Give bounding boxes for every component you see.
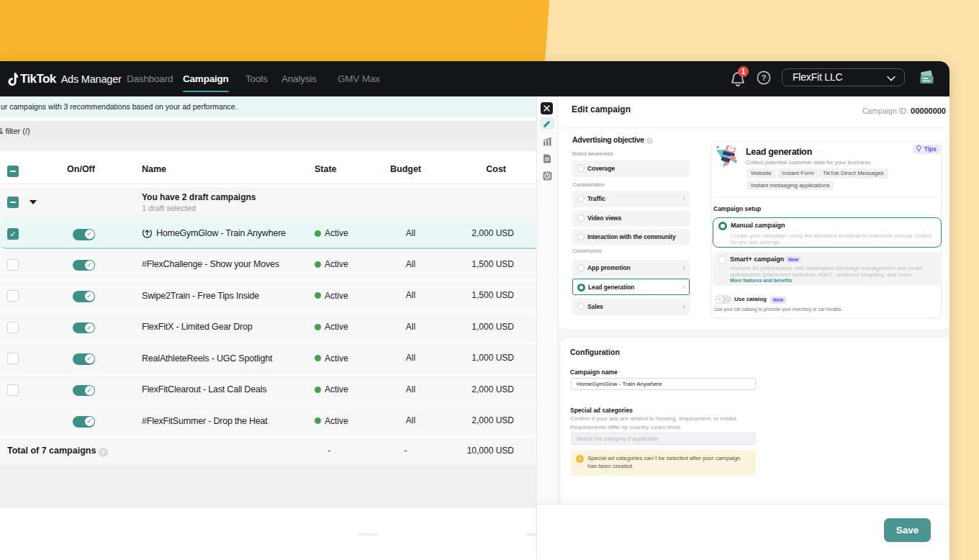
campaign-row[interactable]: ✓Swipe2Train - Free Tips InsideActiveAll… bbox=[0, 281, 537, 311]
total-help-icon[interactable]: ? bbox=[99, 448, 108, 457]
campaign-row[interactable]: ✓#FlexChallenge - Show your MovesActiveA… bbox=[0, 250, 537, 280]
toggle-knob: ✕ bbox=[716, 296, 724, 304]
row-checkbox[interactable] bbox=[7, 290, 19, 302]
objective-option-sales[interactable]: Sales› bbox=[572, 299, 690, 315]
campaign-name[interactable]: FlexFitX - Limited Gear Drop bbox=[142, 312, 252, 343]
save-button[interactable]: Save bbox=[884, 518, 931, 542]
objective-option-app-promotion[interactable]: App promotion› bbox=[572, 260, 690, 276]
campaign-cost: 1,500 USD bbox=[472, 281, 514, 311]
objective-option-coverage[interactable]: Coverage bbox=[572, 161, 690, 177]
smart-campaign-description: Improve ad performance with automated ca… bbox=[730, 265, 931, 278]
lead-generation-illustration-icon bbox=[714, 143, 740, 172]
campaign-budget: All bbox=[391, 312, 430, 343]
objective-heading: Advertising objective ? bbox=[572, 135, 653, 144]
campaign-row[interactable]: ✓FlexFitClearout - Last Call DealsActive… bbox=[0, 375, 537, 405]
smart-campaign-link[interactable]: More features and benefits bbox=[730, 278, 793, 283]
row-checkbox[interactable]: ✓ bbox=[7, 228, 19, 240]
campaign-name[interactable]: RealAthleteReels - UGC Spotlight bbox=[142, 343, 272, 374]
campaign-row[interactable]: ✓FlexFitX - Limited Gear DropActiveAll1,… bbox=[0, 312, 537, 343]
col-budget[interactable]: Budget bbox=[386, 151, 425, 188]
nav-tools[interactable]: Tools bbox=[245, 61, 268, 96]
row-toggle[interactable]: ✓ bbox=[73, 229, 95, 240]
objective-radio[interactable] bbox=[577, 303, 585, 310]
campaign-row[interactable]: ✓✓HomeGymGlow - Train AnywhereActiveAll2… bbox=[0, 218, 537, 249]
row-checkbox[interactable] bbox=[7, 322, 19, 333]
nav-dashboard[interactable]: Dashboard bbox=[127, 61, 173, 96]
objective-help-icon[interactable]: ? bbox=[646, 137, 653, 144]
campaign-row[interactable]: ✓#FlexFitSummer - Drop the HeatActiveAll… bbox=[0, 406, 537, 436]
document-tab-icon[interactable] bbox=[540, 153, 554, 165]
col-name[interactable]: Name bbox=[142, 151, 166, 188]
use-catalog-toggle[interactable]: ✕ bbox=[716, 295, 731, 304]
svg-text:?: ? bbox=[762, 73, 767, 82]
objective-radio[interactable] bbox=[577, 284, 585, 292]
objective-option-lead-generation[interactable]: Lead generation› bbox=[572, 279, 690, 295]
chart-tab-icon[interactable] bbox=[540, 135, 554, 148]
active-dot bbox=[315, 324, 321, 330]
category-select[interactable]: Select the category if applicable bbox=[571, 433, 756, 445]
objective-option-traffic[interactable]: Traffic› bbox=[572, 191, 690, 207]
help-icon[interactable]: ? bbox=[757, 71, 771, 85]
campaign-page-area: On/OffNameStateBudgetCostYou have 2 draf… bbox=[0, 141, 537, 560]
objective-group-label: Conversions bbox=[572, 248, 602, 254]
row-toggle[interactable]: ✓ bbox=[73, 385, 95, 397]
history-tab-icon[interactable] bbox=[540, 170, 554, 182]
wallet-icon[interactable] bbox=[919, 71, 935, 86]
campaign-budget: All bbox=[391, 281, 430, 311]
campaign-name[interactable]: Swipe2Train - Free Tips Inside bbox=[142, 281, 259, 311]
objective-radio[interactable] bbox=[577, 165, 585, 172]
desktop-background: TikTok Ads Manager Dashboard Campaign To… bbox=[0, 0, 979, 560]
campaign-setup-heading: Campaign setup bbox=[713, 205, 761, 212]
campaign-name[interactable]: #FlexFitSummer - Drop the Heat bbox=[142, 406, 268, 436]
campaign-cost: 2,000 USD bbox=[472, 375, 514, 405]
col-cost[interactable]: Cost bbox=[486, 151, 506, 188]
objective-radio[interactable] bbox=[577, 233, 585, 240]
edit-tab-pencil-icon[interactable] bbox=[540, 117, 554, 130]
manual-campaign-option[interactable]: Manual campaign Create your campaign usi… bbox=[713, 217, 942, 248]
divider bbox=[559, 127, 949, 128]
manual-campaign-radio[interactable] bbox=[718, 222, 727, 230]
row-checkbox[interactable] bbox=[7, 353, 19, 364]
select-all-checkbox[interactable] bbox=[7, 166, 19, 177]
tiktok-logo-icon bbox=[6, 72, 18, 86]
nav-gmv-max[interactable]: GMV Max bbox=[338, 61, 380, 96]
row-toggle[interactable]: ✓ bbox=[73, 353, 95, 365]
drawer-toolbar bbox=[537, 96, 558, 505]
objective-radio[interactable] bbox=[577, 195, 585, 202]
campaign-name[interactable]: HomeGymGlow - Train Anywhere bbox=[142, 219, 286, 248]
group-checkbox[interactable] bbox=[7, 197, 19, 208]
row-checkbox[interactable] bbox=[7, 259, 19, 271]
account-name: FlexFit LLC bbox=[793, 71, 842, 83]
row-toggle[interactable]: ✓ bbox=[73, 291, 95, 302]
row-toggle[interactable]: ✓ bbox=[73, 322, 95, 334]
nav-analysis[interactable]: Analysis bbox=[281, 61, 317, 96]
campaign-state: Active bbox=[315, 219, 348, 248]
active-dot bbox=[315, 292, 321, 299]
close-icon[interactable] bbox=[541, 102, 553, 114]
row-toggle[interactable]: ✓ bbox=[73, 416, 95, 428]
campaign-budget: All bbox=[391, 250, 430, 280]
campaign-name[interactable]: #FlexChallenge - Show your Moves bbox=[142, 250, 279, 280]
group-title: You have 2 draft campaigns bbox=[142, 192, 256, 202]
row-toggle[interactable]: ✓ bbox=[73, 260, 95, 271]
chevron-right-icon: › bbox=[683, 299, 685, 314]
objective-option-video-views[interactable]: Video views bbox=[572, 210, 690, 227]
objective-radio[interactable] bbox=[577, 214, 585, 222]
brand[interactable]: TikTok Ads Manager bbox=[6, 61, 122, 96]
objective-option-interaction-with-the-community[interactable]: Interaction with the community bbox=[572, 229, 690, 245]
account-selector[interactable]: FlexFit LLC bbox=[782, 68, 905, 86]
col-state[interactable]: State bbox=[315, 151, 337, 188]
smart-campaign-radio[interactable] bbox=[718, 256, 726, 264]
configuration-section: Configuration Campaign name Special ad c… bbox=[561, 338, 949, 505]
smart-campaign-option[interactable]: Smart+ campaign New Improve ad performan… bbox=[713, 252, 942, 286]
col-onoff[interactable]: On/Off bbox=[66, 151, 96, 188]
objective-radio[interactable] bbox=[577, 264, 585, 271]
collapse-caret-icon[interactable] bbox=[30, 200, 37, 204]
nav-campaign[interactable]: Campaign bbox=[183, 61, 229, 96]
row-checkbox[interactable] bbox=[7, 384, 19, 396]
campaign-row[interactable]: ✓RealAthleteReels - UGC SpotlightActiveA… bbox=[0, 343, 537, 374]
tips-badge[interactable]: Tips bbox=[913, 145, 941, 154]
campaign-name[interactable]: FlexFitClearout - Last Call Deals bbox=[142, 375, 266, 405]
search-filter-bar[interactable]: & filter (/) bbox=[0, 121, 537, 141]
campaign-name-input[interactable] bbox=[571, 378, 756, 390]
